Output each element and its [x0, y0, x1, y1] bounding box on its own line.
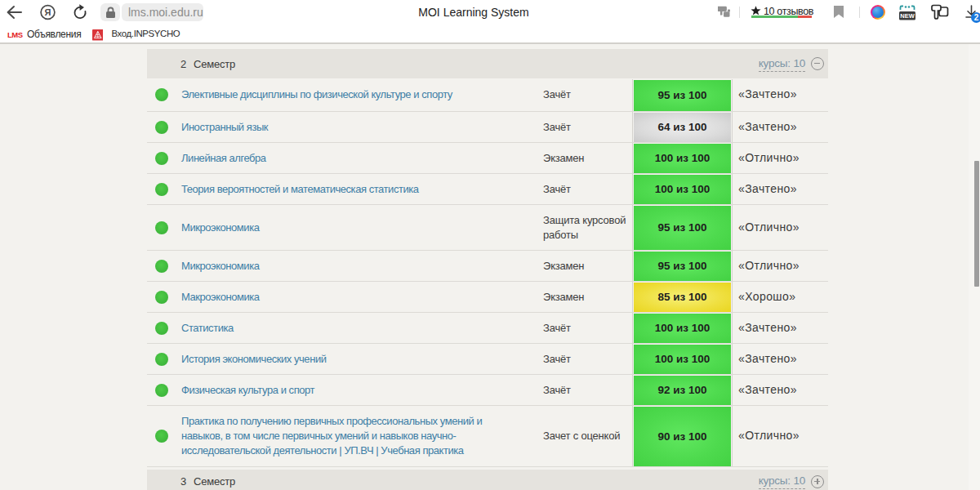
svg-text:NEW: NEW [900, 12, 915, 20]
svg-text:Я: Я [45, 7, 51, 17]
